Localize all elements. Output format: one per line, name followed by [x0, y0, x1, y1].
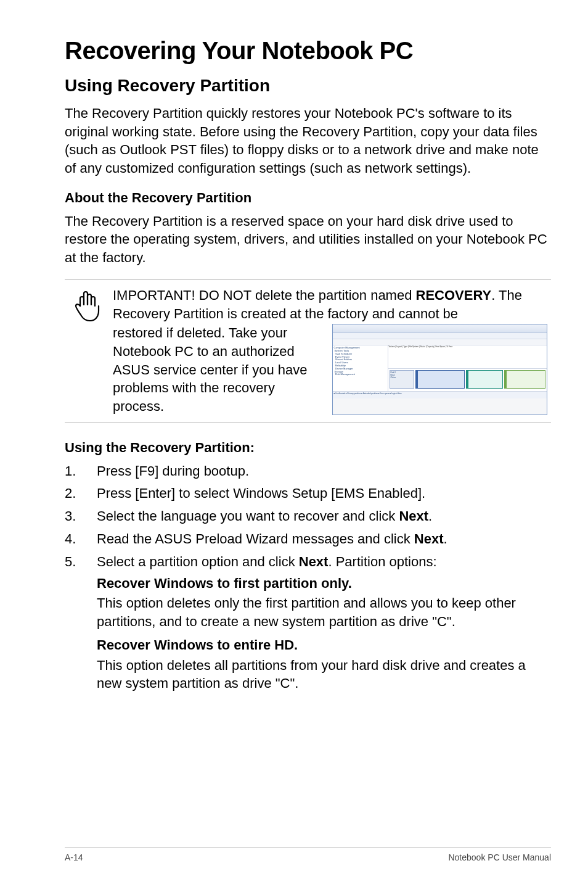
step-2-text: Press [Enter] to select Windows Setup [E…	[97, 485, 425, 501]
dm-main: Volume | Layout | Type | File System | S…	[388, 345, 547, 391]
step-1-text: Press [F9] during bootup.	[97, 463, 249, 479]
recover-entire-body: This option deletes all partitions from …	[97, 656, 551, 693]
step-5-bold: Next	[299, 554, 329, 569]
step-3-post: .	[428, 508, 432, 524]
callout-line2: restored if deleted. Take your Notebook …	[113, 324, 332, 415]
callout-lower: restored if deleted. Take your Notebook …	[113, 324, 551, 415]
hand-icon-cell	[65, 280, 110, 322]
callout-line1: IMPORTANT! DO NOT delete the partition n…	[113, 286, 551, 323]
dm-table: Volume | Layout | Type | File System | S…	[388, 345, 547, 369]
dm-partition-vista	[466, 370, 503, 389]
step-4-post: .	[444, 531, 447, 547]
step-1: Press [F9] during bootup.	[65, 462, 551, 481]
about-body: The Recovery Partition is a reserved spa…	[65, 212, 551, 267]
step-5: Select a partition option and click Next…	[65, 553, 551, 693]
step-4-pre: Read the ASUS Preload Wizard messages an…	[97, 531, 414, 547]
callout-line1-pre: IMPORTANT! DO NOT delete the partition n…	[113, 287, 416, 303]
using-heading: Using the Recovery Partition:	[65, 440, 551, 456]
step-3: Select the language you want to recover …	[65, 507, 551, 526]
recover-entire-title: Recover Windows to entire HD.	[97, 636, 551, 655]
step-4: Read the ASUS Preload Wizard messages an…	[65, 530, 551, 549]
dm-body: Computer Management System Tools Task Sc…	[333, 345, 547, 391]
dm-legend: ■ Unallocated ■ Primary partition ■ Exte…	[333, 391, 547, 398]
dm-titlebar	[333, 324, 547, 333]
recover-first-title: Recover Windows to first partition only.	[97, 574, 551, 593]
page-title: Recovering Your Notebook PC	[65, 37, 551, 65]
callout-content: IMPORTANT! DO NOT delete the partition n…	[110, 280, 551, 422]
step-4-bold: Next	[414, 531, 444, 547]
page-footer: A-14 Notebook PC User Manual	[65, 847, 551, 862]
footer-manual-title: Notebook PC User Manual	[448, 852, 551, 862]
recover-first-body: This option deletes only the first parti…	[97, 594, 551, 630]
dm-menubar	[333, 333, 547, 339]
dm-disk-row: Disk 0BasicOnline	[388, 369, 547, 390]
hand-icon	[73, 287, 104, 322]
section-using-recovery-partition: Using Recovery Partition	[65, 76, 551, 96]
step-5-post: . Partition options:	[328, 554, 436, 569]
footer-page-number: A-14	[65, 852, 83, 862]
steps-list: Press [F9] during bootup. Press [Enter] …	[65, 462, 551, 693]
intro-paragraph: The Recovery Partition quickly restores …	[65, 104, 551, 178]
callout-line1-bold: RECOVERY	[416, 287, 492, 303]
dm-partition-recovery	[504, 370, 546, 389]
step-3-bold: Next	[399, 508, 428, 524]
dm-tree: Computer Management System Tools Task Sc…	[333, 345, 388, 391]
dm-partition-primary	[415, 370, 465, 389]
important-callout: IMPORTANT! DO NOT delete the partition n…	[65, 279, 551, 423]
about-heading: About the Recovery Partition	[65, 190, 551, 206]
disk-management-screenshot: Computer Management System Tools Task Sc…	[332, 324, 548, 415]
dm-toolbar	[333, 339, 547, 345]
step-2: Press [Enter] to select Windows Setup [E…	[65, 484, 551, 503]
dm-disk-label: Disk 0BasicOnline	[390, 370, 414, 389]
step-5-pre: Select a partition option and click	[97, 554, 299, 569]
step-3-pre: Select the language you want to recover …	[97, 508, 399, 524]
